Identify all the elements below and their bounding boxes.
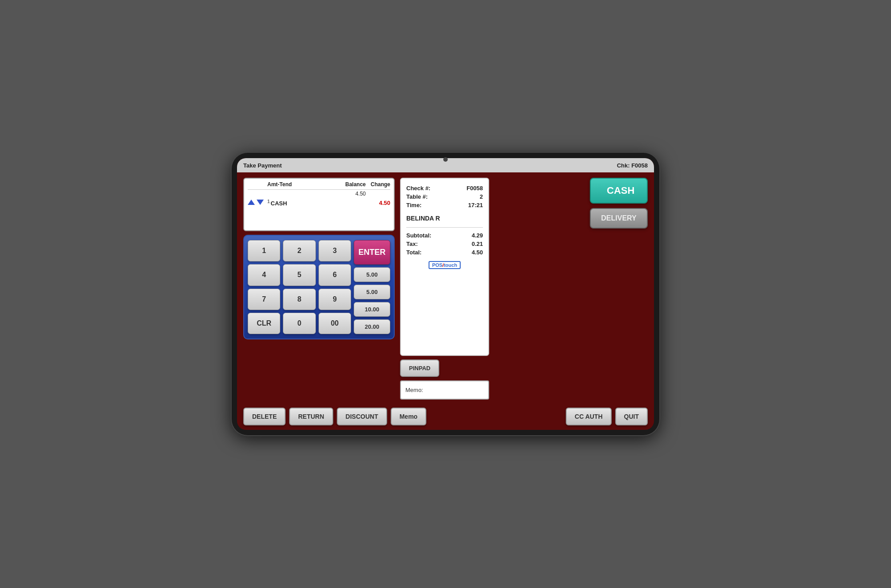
btn-9[interactable]: 9 [319,289,351,310]
subtotal-row: Subtotal: 4.29 [406,231,483,240]
numpad-right: ENTER 5.00 5.00 10.00 20.00 [354,240,390,334]
title-bar-check: Chk: F0058 [617,162,648,169]
arrows-col [248,181,267,188]
middle-panel: Check #: F0058 Table #: 2 Time: 17:21 BE… [400,178,489,400]
preset-10-btn[interactable]: 10.00 [354,302,390,317]
subtotal-label: Subtotal: [406,232,431,239]
btn-6[interactable]: 6 [319,264,351,286]
time-value: 17:21 [468,202,483,208]
arrows-ctrl [248,200,267,206]
tax-label: Tax: [406,241,418,247]
numpad-digits: 1 2 3 4 5 6 7 8 9 CLR 0 00 [248,240,351,334]
btn-2[interactable]: 2 [283,240,315,261]
btn-0[interactable]: 0 [283,313,315,334]
balance-header: Balance [335,181,366,188]
total-label: Total: [406,249,421,256]
bottom-bar: DELETE RETURN DISCOUNT Memo CC AUTH QUIT [237,405,654,430]
table-label: Table #: [406,193,428,200]
time-row: Time: 17:21 [406,201,483,209]
check-label: Check #: [406,185,430,192]
camera [443,157,448,162]
memo-button[interactable]: Memo [391,408,426,425]
total-row: Total: 4.50 [406,248,483,257]
bottom-right-buttons: CC AUTH QUIT [566,408,648,425]
preset-20-btn[interactable]: 20.00 [354,319,390,334]
btn-7[interactable]: 7 [248,289,280,310]
positouch-logo: POSitouch [406,261,483,269]
customer-name: BELINDA R [406,214,483,223]
title-bar-title: Take Payment [243,162,282,169]
tablet-frame: Take Payment Chk: F0058 Amt-Tend Balance… [232,153,659,435]
receipt-divider [406,227,483,228]
enter-button[interactable]: ENTER [354,240,390,265]
delivery-button[interactable]: DELIVERY [590,208,648,229]
discount-button[interactable]: DISCOUNT [337,408,387,425]
preset-5-btn[interactable]: 5.00 [354,267,390,282]
table-row: Table #: 2 [406,192,483,201]
cc-auth-button[interactable]: CC AUTH [566,408,611,425]
numpad: 1 2 3 4 5 6 7 8 9 CLR 0 00 ENTER [243,235,395,339]
memo-input[interactable] [426,384,484,396]
memo-row: Memo: [400,380,489,400]
left-panel: Amt-Tend Balance Change 4.50 1CASH [243,178,395,400]
pinpad-button[interactable]: PINPAD [400,359,439,377]
btn-clr[interactable]: CLR [248,313,280,334]
receipt-totals: Subtotal: 4.29 Tax: 0.21 Total: 4.50 [406,231,483,257]
cash-button[interactable]: CASH [590,178,648,204]
receipt: Check #: F0058 Table #: 2 Time: 17:21 BE… [400,178,489,356]
balance-value: 4.50 [335,191,366,197]
quit-button[interactable]: QUIT [615,408,648,425]
arrow-down-icon[interactable] [257,200,264,205]
memo-label: Memo: [405,387,423,393]
right-panel: CASH DELIVERY [495,178,648,400]
total-value: 4.50 [472,249,483,256]
tablet-screen: Take Payment Chk: F0058 Amt-Tend Balance… [237,158,654,430]
check-row: Check #: F0058 [406,184,483,192]
btn-4[interactable]: 4 [248,264,280,286]
positouch-brand: POSitouch [429,261,461,269]
payment-method: 1CASH [267,199,329,207]
btn-00[interactable]: 00 [319,313,351,334]
amt-tend-header: Amt-Tend [267,181,335,188]
subtotal-value: 4.29 [472,232,483,239]
change-header: Change [366,181,390,188]
table-value: 2 [480,193,483,200]
btn-3[interactable]: 3 [319,240,351,261]
btn-8[interactable]: 8 [283,289,315,310]
btn-5[interactable]: 5 [283,264,315,286]
btn-1[interactable]: 1 [248,240,280,261]
balance-row: 4.50 [248,190,390,198]
tax-value: 0.21 [472,241,483,247]
time-label: Time: [406,202,421,208]
bottom-left-buttons: DELETE RETURN DISCOUNT Memo [243,408,426,425]
payment-list: Amt-Tend Balance Change 4.50 1CASH [243,178,395,231]
payment-amount: 4.50 [329,200,390,206]
tax-row: Tax: 0.21 [406,240,483,248]
return-button[interactable]: RETURN [289,408,333,425]
delete-button[interactable]: DELETE [243,408,286,425]
payment-row-1: 1CASH 4.50 [248,198,390,208]
arrow-up-icon[interactable] [248,200,255,205]
preset-5b-btn[interactable]: 5.00 [354,285,390,299]
check-value: F0058 [466,185,483,192]
payment-list-header: Amt-Tend Balance Change [248,181,390,190]
